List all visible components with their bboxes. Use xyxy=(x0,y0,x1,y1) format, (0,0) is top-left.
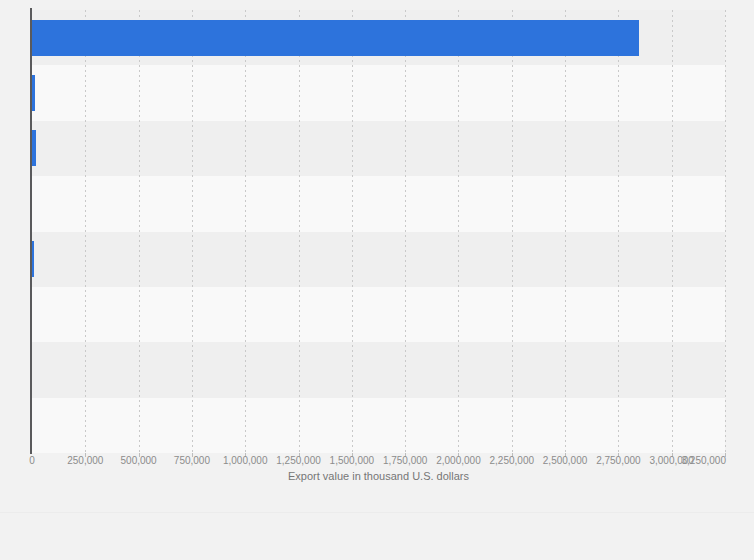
bar[interactable] xyxy=(32,241,34,277)
x-tick-label: 1,500,000 xyxy=(330,455,375,467)
x-tick-label: 0 xyxy=(29,455,35,467)
row-stripe xyxy=(32,121,725,176)
gridline xyxy=(405,10,406,453)
row-stripe xyxy=(32,342,725,397)
x-tick-label: 250,000 xyxy=(67,455,103,467)
row-stripe xyxy=(32,287,725,342)
x-tick-label: 1,000,000 xyxy=(223,455,268,467)
bar[interactable] xyxy=(32,20,639,56)
x-tick-label: 3,250,000 xyxy=(682,455,727,467)
gridline xyxy=(85,10,86,453)
gridline xyxy=(139,10,140,453)
gridline xyxy=(672,10,673,453)
gridline xyxy=(512,10,513,453)
chart-canvas: 0250,000500,000750,0001,000,0001,250,000… xyxy=(0,0,754,560)
footer-divider xyxy=(0,512,754,513)
gridline xyxy=(458,10,459,453)
gridline xyxy=(618,10,619,453)
gridline xyxy=(192,10,193,453)
row-stripe xyxy=(32,232,725,287)
x-tick-label: 2,000,000 xyxy=(436,455,481,467)
x-tick-label: 750,000 xyxy=(174,455,210,467)
plot-area xyxy=(32,10,725,453)
x-tick-label: 2,250,000 xyxy=(490,455,535,467)
gridline xyxy=(299,10,300,453)
gridline xyxy=(725,10,726,453)
row-stripe xyxy=(32,398,725,453)
gridline xyxy=(565,10,566,453)
x-tick-label: 2,750,000 xyxy=(596,455,641,467)
row-stripe xyxy=(32,176,725,231)
x-tick-label: 500,000 xyxy=(121,455,157,467)
x-tick-label: 1,750,000 xyxy=(383,455,428,467)
gridline xyxy=(352,10,353,453)
bar[interactable] xyxy=(32,130,36,166)
row-stripe xyxy=(32,65,725,120)
x-axis-title: Export value in thousand U.S. dollars xyxy=(32,470,725,483)
x-tick-label: 1,250,000 xyxy=(276,455,321,467)
gridline xyxy=(245,10,246,453)
y-axis-line xyxy=(30,8,32,454)
x-tick-label: 2,500,000 xyxy=(543,455,588,467)
bar[interactable] xyxy=(32,75,35,111)
